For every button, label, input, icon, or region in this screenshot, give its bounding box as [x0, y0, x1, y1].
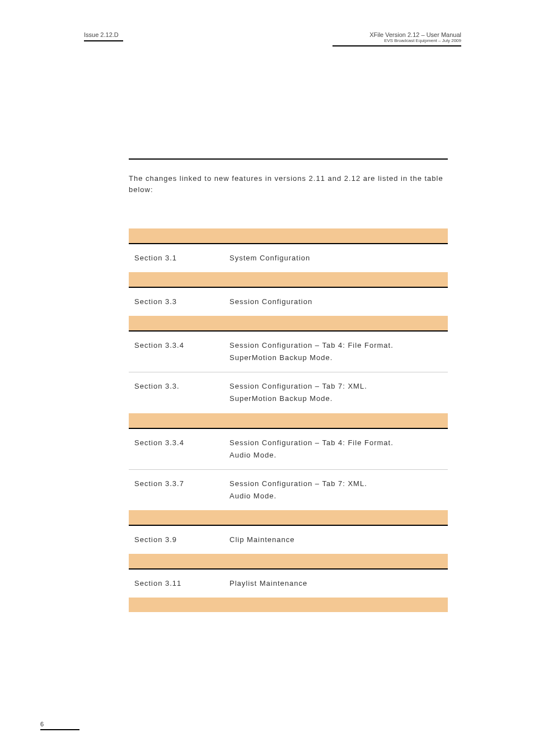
separator-band	[129, 554, 448, 570]
header-left: Issue 2.12.D	[84, 31, 123, 41]
header-rule-left	[84, 40, 123, 41]
table-row: Section 3.3.Session Configuration – Tab …	[129, 372, 448, 413]
header-rule-right	[332, 45, 461, 46]
page-number: 6	[40, 721, 44, 727]
section-cell: Section 3.3	[134, 296, 229, 308]
description-cell: Session Configuration	[229, 296, 442, 308]
table-row: Section 3.3.4Session Configuration – Tab…	[129, 429, 448, 470]
section-cell: Section 3.11	[134, 577, 229, 590]
description-cell: System Configuration	[229, 252, 442, 264]
description-cell: Session Configuration – Tab 7: XML.Audio…	[229, 478, 442, 502]
page-footer: 6	[40, 721, 79, 730]
description-cell: Clip Maintenance	[229, 534, 442, 546]
page: Issue 2.12.D XFile Version 2.12 – User M…	[0, 0, 534, 756]
section-cell: Section 3.3.4	[134, 339, 229, 364]
description-cell: Playlist Maintenance	[229, 577, 442, 590]
table-row: Section 3.11Playlist Maintenance	[129, 570, 448, 598]
table-row: Section 3.3.7Session Configuration – Tab…	[129, 470, 448, 510]
separator-band	[129, 228, 448, 244]
description-cell: Session Configuration – Tab 7: XML.Super…	[229, 380, 442, 405]
section-cell: Section 3.3.7	[134, 478, 229, 502]
header-right: XFile Version 2.12 – User Manual EVS Bro…	[332, 31, 461, 46]
content: The changes linked to new features in ve…	[129, 158, 461, 612]
section-cell: Section 3.1	[134, 252, 229, 264]
separator-band	[129, 510, 448, 526]
page-header: Issue 2.12.D XFile Version 2.12 – User M…	[84, 31, 461, 46]
description-cell: Session Configuration – Tab 4: File Form…	[229, 339, 442, 364]
table-row: Section 3.3Session Configuration	[129, 288, 448, 316]
separator-band	[129, 272, 448, 288]
separator-band	[129, 598, 448, 612]
issue-label: Issue 2.12.D	[84, 31, 123, 38]
separator-band	[129, 413, 448, 429]
section-cell: Section 3.3.4	[134, 437, 229, 461]
intro-text: The changes linked to new features in ve…	[129, 173, 448, 195]
changes-table: Section 3.1System ConfigurationSection 3…	[129, 228, 448, 612]
section-cell: Section 3.3.	[134, 380, 229, 405]
section-cell: Section 3.9	[134, 534, 229, 546]
table-row: Section 3.9Clip Maintenance	[129, 526, 448, 554]
footer-rule	[40, 729, 79, 730]
manual-subtitle: EVS Broadcast Equipment – July 2009	[332, 38, 461, 43]
table-row: Section 3.3.4Session Configuration – Tab…	[129, 332, 448, 372]
description-cell: Session Configuration – Tab 4: File Form…	[229, 437, 442, 461]
table-row: Section 3.1System Configuration	[129, 244, 448, 272]
manual-title: XFile Version 2.12 – User Manual	[332, 31, 461, 38]
separator-band	[129, 316, 448, 332]
content-top-rule	[129, 158, 448, 160]
